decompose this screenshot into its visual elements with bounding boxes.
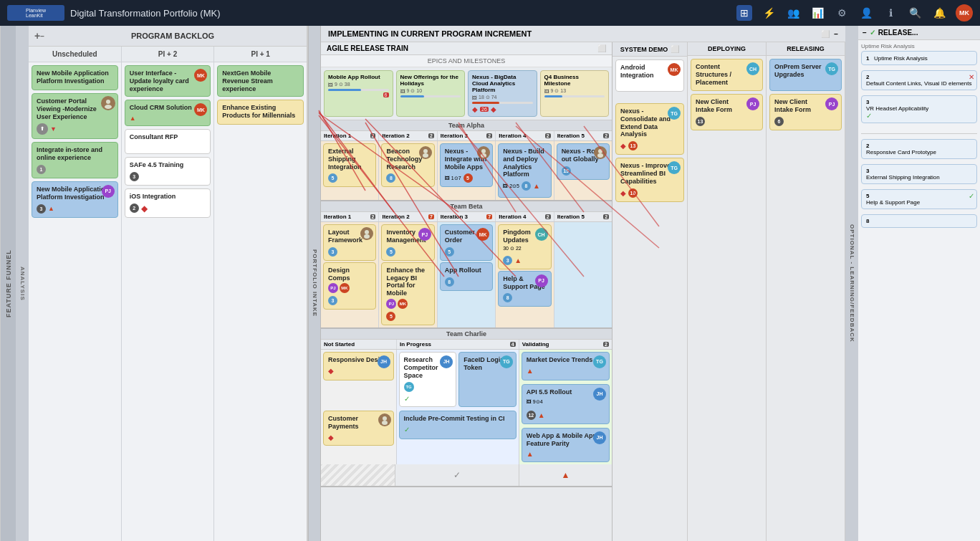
team-beta-section: Team Beta Iteration 12 Iteration 27 Iter… [321,201,612,329]
list-item[interactable]: Layout Framework 3 [323,224,376,261]
deploying-header: DEPLOYING [688,42,766,56]
release-item-3b[interactable]: 3 External Shipping Integration [861,164,977,184]
list-item[interactable]: New Client Intake Form PJ 13 [691,94,763,130]
list-item[interactable]: New Mobile Application Platform Investig… [32,181,118,218]
list-item[interactable]: 1 Uptime Risk Analysis [861,51,977,65]
list-item[interactable]: Content Structures / Placement CH [691,59,763,91]
list-item[interactable]: Responsive Design JH ◆ [323,352,394,380]
list-item[interactable]: Nexus - Consolidate and Extend Data Anal… [615,103,684,155]
list-item[interactable]: Nexus - Improve Streamlined BI Capabilit… [615,158,684,201]
list-item[interactable]: Pingdom Updates CH 30⊙ 22 3 ▲ [498,224,551,269]
list-item[interactable]: SAFe 4.5 Training 3 [125,157,211,186]
list-item[interactable]: Inventory Management PJ 5 [381,224,434,261]
app-title: Digital Transformation Portfolio (MK) [70,8,221,19]
optional-learning-sidebar: OPTIONAL - LEARNING/FEEDBACK [845,26,858,541]
svg-point-5 [481,153,486,158]
list-item[interactable]: Android Integration MK [615,59,684,92]
epic-card-mobile-rollout[interactable]: Mobile App Rollout 🖼9 ⊙ 38 6 [324,70,393,117]
list-item[interactable]: Nexus - Roll-out Globally 15 [557,143,610,180]
epics-header: EPICS AND MILESTONES [321,55,612,67]
iter-beta-h5: Iteration 52 [554,212,612,221]
release-item-8[interactable]: 8 [861,214,977,228]
release-title: RELEASE... [878,29,918,37]
list-item[interactable]: Include Pre-Commit Testing in CI ✓ [399,411,517,439]
svg-point-6 [598,149,602,153]
board-view-icon[interactable]: ⊞ [736,5,752,21]
search-icon[interactable]: 🔍 [907,5,923,21]
list-item[interactable]: Consultant RFP [125,129,211,154]
team-alpha-section: Team Alpha Iteration 12 Iteration 22 Ite… [321,120,612,201]
list-item[interactable]: Nexus - Build and Deploy Analytics Platf… [498,143,551,198]
chart-icon[interactable]: 📊 [810,5,825,21]
list-item[interactable]: Customer Payments ◆ [323,411,394,446]
app-logo[interactable]: PlanviewLeanKit [7,5,64,21]
list-item[interactable]: FaceID Login Token TG [458,352,517,407]
list-item[interactable]: User Interface - Update loyalty card exp… [125,65,211,97]
pb-col-unscheduled: Unscheduled New Mobile Application Platf… [29,47,122,541]
svg-point-7 [597,153,603,158]
list-item[interactable]: Customer Order MK 5 [440,224,493,261]
analysis-sidebar: ANALYSIS [16,26,29,541]
svg-point-2 [423,149,428,153]
info-icon[interactable]: ℹ [883,5,898,21]
charlie-check-icon: ✓ [404,395,410,403]
charlie-validating-cell: Market Device Trends TG ▲ API 5.5 Rollou… [519,350,612,464]
add-person-icon[interactable]: 👤 [858,5,874,21]
list-item[interactable]: Enhance Existing Products for Millennial… [217,100,304,125]
svg-point-0 [106,100,110,104]
list-item[interactable]: New Mobile Application Platform Investig… [32,65,118,90]
people-icon[interactable]: 👥 [785,5,801,21]
release-check[interactable]: ✓ [870,29,875,37]
release-item-2[interactable]: 2 Default Content Links, Visual ID eleme… [861,70,977,90]
list-item[interactable]: Customer Portal Viewing -Modernize User … [32,93,118,139]
list-item[interactable]: Beacon Technology Research 8 [381,143,434,187]
list-item[interactable]: NextGen Mobile Revenue Stream experience [217,65,304,97]
epic-card-nexus[interactable]: Nexus - BigData Cloud Analytics Platform… [468,70,537,117]
svg-point-10 [383,416,387,421]
release-item-5[interactable]: 5 Help & Support Page ✓ [861,189,977,209]
pb-add-btn[interactable]: + [34,30,40,42]
list-item[interactable]: Help & Support Page PJ 8 [498,271,551,307]
list-item[interactable]: OnPrem Server Upgrades TG [769,59,842,91]
epic-card-offerings[interactable]: New Offerings for the Holidays 🖼9 ⊙ 10 [396,70,466,117]
system-demo-header: SYSTEM DEMO ⬜ [612,42,687,57]
iter-beta-h2: Iteration 27 [379,212,437,221]
list-item[interactable]: Integrate in-store and online experience… [32,142,118,178]
list-item[interactable]: Market Device Trends TG ▲ [522,352,610,380]
pb-header: + − PROGRAM BACKLOG [29,26,307,47]
list-item[interactable]: External Shipping Integration 5 [323,143,376,187]
list-item[interactable]: Enhance the Legacy BI Portal for Mobile … [381,262,434,325]
art-icon[interactable]: ⬜ [597,44,606,52]
list-item[interactable]: New Client Intake Form PJ 6 [769,94,842,130]
release-item-3[interactable]: 3 VR Headset Applicability ✓ [861,95,977,123]
list-item[interactable]: Web App & Mobile App Feature Parity JH ▲ [522,428,610,463]
notification-icon[interactable]: 🔔 [931,5,947,21]
release-item-2b[interactable]: 2 Responsive Card Prototype [861,139,977,159]
release-header: − ✓ RELEASE... [858,26,980,40]
iter-alpha-h4: Iteration 42 [496,131,554,140]
epic-card-milestone[interactable]: Q4 Business Milestone 🖼9 ⊙ 13 [540,70,610,117]
beta-iter2-cell: Inventory Management PJ 5 Enhance the Le… [379,222,437,327]
team-charlie-section: Team Charlie Not Started In Progress4 Va… [321,329,612,487]
list-item[interactable]: Design Comps PJ MK 3 [323,262,376,310]
top-bar: PlanviewLeanKit Digital Transformation P… [0,0,980,26]
svg-point-3 [423,153,428,158]
list-item[interactable]: App Rollout 8 [440,262,493,291]
release-collapse[interactable]: − [863,29,867,37]
settings-icon[interactable]: ⚙ [834,5,850,21]
list-item[interactable]: API 5.5 Rollout JH 🖼 9⊙4 12 ▲ [522,384,610,424]
list-item[interactable]: Nexus - Integrate with Mobile Apps 🖼 1⊙7… [440,143,493,187]
system-demo-icon[interactable]: ⬜ [671,45,679,53]
list-item[interactable]: Research Competitor Space JH TG ✓ [399,352,457,407]
alpha-iter4-cell: Nexus - Build and Deploy Analytics Platf… [496,141,554,200]
charlie-not-started-cell: Responsive Design JH ◆ Customer Payments [321,350,397,464]
user-avatar[interactable]: MK [956,4,973,21]
filter-icon[interactable]: ⚡ [761,5,777,21]
list-item[interactable]: iOS Integration 2 ◆ [125,188,211,218]
pb-col-header-pi2: PI + 2 [122,47,214,62]
charlie-validating: Validating2 [519,340,612,349]
impl-expand-icon[interactable]: ⬜ [821,30,830,38]
list-item[interactable]: Cloud CRM Solution MK ▲ [125,100,211,126]
top-bar-right: ⊞ ⚡ 👥 📊 ⚙ 👤 ℹ 🔍 🔔 MK [736,4,973,21]
impl-collapse-icon[interactable]: − [834,30,838,38]
